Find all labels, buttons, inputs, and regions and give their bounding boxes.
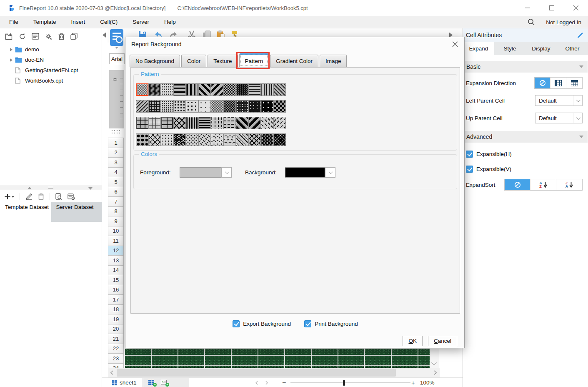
menu-item-help[interactable]: Help	[164, 19, 176, 25]
pattern-waves-fine[interactable]	[223, 133, 236, 146]
pattern-v-lines-dense[interactable]	[186, 117, 198, 129]
pattern-diag-fwd-dash[interactable]	[273, 117, 286, 129]
pattern-diag-back-thick[interactable]	[236, 117, 248, 129]
pattern-check-dark-fine[interactable]	[223, 100, 236, 113]
pattern-check-50[interactable]	[136, 83, 148, 96]
menu-item-file[interactable]: File	[9, 19, 18, 25]
pattern-sprigs[interactable]	[211, 133, 223, 146]
pattern-diag-back-dash[interactable]	[261, 117, 273, 129]
menu-item-insert[interactable]: Insert	[71, 19, 85, 25]
pattern-brick[interactable]	[161, 117, 173, 129]
pattern-zigzag[interactable]	[248, 133, 261, 146]
refresh-icon[interactable]	[19, 33, 26, 40]
horizontal-scrollbar[interactable]	[108, 368, 440, 377]
menu-item-cellc[interactable]: Cell(C)	[100, 19, 118, 25]
grid-drag-handle-icon[interactable]	[111, 129, 120, 135]
row-header-17[interactable]: 17	[108, 295, 124, 305]
print-background-checkbox[interactable]	[304, 320, 311, 327]
panel-splitter[interactable]	[0, 185, 102, 190]
pattern-h-lines-thin[interactable]	[248, 83, 261, 96]
dialog-tab-no-background[interactable]: No Background	[130, 55, 180, 67]
tab-other[interactable]: Other	[557, 42, 588, 55]
add-grid-sheet-icon[interactable]: +	[148, 380, 155, 385]
pattern-dark-dot-grid[interactable]	[236, 100, 248, 113]
expand-vertical-button[interactable]	[550, 78, 566, 88]
section-advanced[interactable]: Advanced	[464, 131, 588, 143]
add-form-sheet-icon[interactable]: +	[161, 380, 168, 385]
new-folder-icon[interactable]	[5, 33, 13, 40]
row-header-4[interactable]: 4	[108, 168, 124, 178]
zoom-in-button[interactable]: +	[411, 378, 415, 387]
pattern-h-dashes[interactable]	[223, 117, 236, 129]
dialog-tab-texture[interactable]: Texture	[208, 55, 238, 67]
pattern-dots-diagonal[interactable]	[186, 133, 198, 146]
export-background-checkbox[interactable]	[233, 320, 240, 327]
row-header-23[interactable]: 23	[108, 354, 124, 364]
left-parent-select[interactable]: Default	[535, 95, 583, 106]
ok-button[interactable]: OK	[403, 336, 423, 346]
sheet-tab[interactable]: sheet1	[108, 378, 143, 387]
scrollbar-thumb[interactable]	[117, 369, 396, 377]
pattern-check-fine[interactable]	[211, 100, 223, 113]
pattern-dot-grid[interactable]	[161, 100, 173, 113]
tab-expand[interactable]: Expand	[463, 42, 494, 55]
foreground-color-swatch[interactable]	[180, 167, 221, 178]
prev-sheet-icon[interactable]	[255, 381, 258, 385]
row-header-21[interactable]: 21	[108, 334, 124, 344]
expand-none-button[interactable]	[535, 78, 550, 88]
tree-item-workbook5-cpt[interactable]: WorkBook5.cpt	[0, 75, 102, 86]
row-header-10[interactable]: 10	[108, 226, 124, 236]
row-header-8[interactable]: 8	[108, 207, 124, 217]
zoom-out-button[interactable]: −	[282, 378, 286, 387]
pattern-dot-columns[interactable]	[161, 83, 173, 96]
row-header-20[interactable]: 20	[108, 324, 124, 334]
pattern-h-stripes-bold[interactable]	[173, 83, 186, 96]
row-header-16[interactable]: 16	[108, 285, 124, 295]
menu-item-template[interactable]: Template	[33, 19, 56, 25]
pattern-diamond-lattice[interactable]	[148, 133, 161, 146]
pattern-waves[interactable]	[198, 133, 211, 146]
minimize-button[interactable]	[515, 0, 540, 16]
pattern-black-dots-rare[interactable]	[261, 100, 273, 113]
edit-pencil-icon[interactable]	[577, 32, 583, 38]
remove-dataset-icon[interactable]	[38, 193, 44, 200]
foreground-color-dropdown[interactable]	[221, 167, 232, 178]
row-header-11[interactable]: 11	[108, 236, 124, 246]
pattern-dots-tiny[interactable]	[161, 133, 173, 146]
tab-display[interactable]: Display	[525, 42, 557, 55]
pattern-h-lines-dense[interactable]	[198, 117, 211, 129]
row-header-6[interactable]: 6	[108, 187, 124, 197]
row-header-14[interactable]: 14	[108, 266, 124, 276]
pattern-diag-back-thin[interactable]	[273, 83, 286, 96]
pattern-plaid-dark[interactable]	[261, 133, 273, 146]
copy-icon[interactable]	[70, 33, 78, 40]
row-header-7[interactable]: 7	[108, 197, 124, 207]
pattern-dots-sparse[interactable]	[186, 100, 198, 113]
pattern-v-lines-thin[interactable]	[261, 83, 273, 96]
pattern-check-small[interactable]	[223, 83, 236, 96]
zoom-slider-track[interactable]	[290, 382, 410, 383]
section-basic[interactable]: Basic	[464, 61, 588, 73]
report-canvas[interactable]	[125, 349, 430, 368]
view-panel-icon[interactable]	[32, 33, 39, 40]
search-icon[interactable]	[528, 18, 535, 26]
row-header-12[interactable]: 12	[108, 246, 124, 256]
row-header-24[interactable]: 24	[108, 364, 124, 368]
dialog-tab-color[interactable]: Color	[181, 55, 206, 67]
pattern-diag-fwd-thin[interactable]	[136, 100, 148, 113]
sort-descending-button[interactable]: ZA	[556, 179, 582, 190]
pattern-v-dashes[interactable]	[211, 117, 223, 129]
row-header-22[interactable]: 22	[108, 344, 124, 354]
pattern-weave-diagonal[interactable]	[173, 117, 186, 129]
pattern-weave-dense[interactable]	[148, 83, 161, 96]
scroll-right-icon[interactable]	[431, 368, 439, 377]
toolbar-overflow-caret-icon[interactable]	[115, 47, 118, 49]
tab-style[interactable]: Style	[494, 42, 525, 55]
pattern-dots-faint[interactable]	[198, 100, 211, 113]
sort-none-button[interactable]	[505, 179, 530, 190]
scroll-left-icon[interactable]	[108, 368, 115, 377]
pattern-v-stripes-bold[interactable]	[186, 83, 198, 96]
dataset-tab-template-dataset[interactable]: Template Dataset	[0, 202, 51, 222]
pattern-dots-medium[interactable]	[173, 100, 186, 113]
pattern-bubbles[interactable]	[273, 133, 286, 146]
